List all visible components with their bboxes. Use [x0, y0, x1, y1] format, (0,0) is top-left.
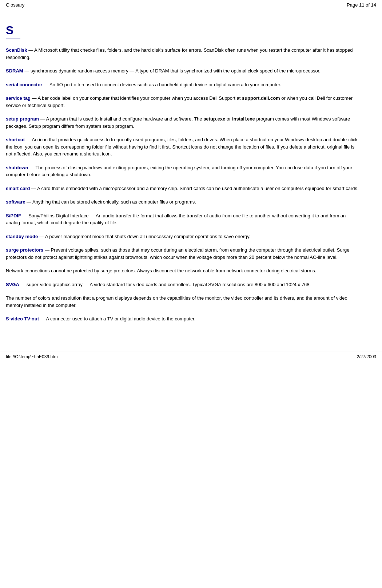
footer-left: file://C:\temp\~hhE039.htm	[6, 354, 57, 359]
term-spdif: S/PDIF	[6, 213, 21, 218]
entry-shutdown: shutdown — The process of closing window…	[6, 164, 360, 178]
setup-exe: setup.exe	[203, 116, 225, 122]
entry-sdram-body: — synchronous dynamic random-access memo…	[23, 68, 321, 74]
term-s-video-tv-out: S-video TV-out	[6, 316, 39, 321]
entry-scandisk-body: — A Microsoft utility that checks files,…	[6, 47, 353, 60]
entry-setup-program-pre: — A program that is used to install and …	[39, 116, 203, 122]
entry-standby-mode: standby mode — A power management mode t…	[6, 233, 360, 240]
entry-standby-mode-body: — A power management mode that shuts dow…	[38, 234, 250, 239]
entry-software-body: — Anything that can be stored electronic…	[25, 199, 196, 205]
page-footer: file://C:\temp\~hhE039.htm 2/27/2003	[0, 351, 382, 362]
term-software: software	[6, 199, 25, 205]
entry-service-tag-body-pre: — A bar code label on your computer that…	[31, 95, 242, 101]
entry-surge-protectors: surge protectors — Prevent voltage spike…	[6, 246, 360, 261]
entry-setup-program: setup program — A program that is used t…	[6, 115, 360, 130]
term-scandisk: ScanDisk	[6, 47, 27, 53]
term-shutdown: shutdown	[6, 165, 28, 170]
term-setup-program: setup program	[6, 116, 39, 122]
entry-svga-note: The number of colors and resolution that…	[6, 295, 360, 309]
entry-shortcut: shortcut — An icon that provides quick a…	[6, 136, 360, 158]
term-standby-mode: standby mode	[6, 234, 38, 239]
header-page: Page 11 of 14	[347, 2, 376, 8]
entry-s-video-tv-out: S-video TV-out — A connector used to att…	[6, 315, 360, 323]
entry-shortcut-body: — An icon that provides quick access to …	[6, 137, 358, 157]
entry-smart-card: smart card — A card that is embedded wit…	[6, 185, 360, 192]
entry-serial-connector-body: — An I/O port often used to connect devi…	[42, 82, 281, 87]
entry-smart-card-body: — A card that is embedded with a micropr…	[30, 186, 358, 191]
term-svga: SVGA	[6, 282, 19, 287]
term-shortcut: shortcut	[6, 137, 25, 142]
entry-setup-program-mid: or	[225, 116, 232, 122]
entry-service-tag: service tag — A bar code label on your c…	[6, 95, 360, 109]
support-dell-com: support.dell.com	[242, 95, 280, 101]
entry-shutdown-body: — The process of closing windows and exi…	[6, 165, 352, 178]
entry-spdif: S/PDIF — Sony/Philips Digital Interface …	[6, 212, 360, 226]
entry-svga-body: — super-video graphics array — A video s…	[19, 282, 311, 287]
term-service-tag: service tag	[6, 95, 31, 101]
entry-surge-protectors-note: Network connections cannot be protected …	[6, 267, 360, 275]
footer-right: 2/27/2003	[357, 354, 376, 359]
page-header: Glossary Page 11 of 14	[0, 0, 382, 9]
section-letter: S	[6, 24, 20, 39]
header-title: Glossary	[6, 2, 24, 8]
entry-svga: SVGA — super-video graphics array — A vi…	[6, 281, 360, 288]
svga-note-body: The number of colors and resolution that…	[6, 295, 347, 308]
entry-software: software — Anything that can be stored e…	[6, 198, 360, 206]
entry-scandisk: ScanDisk — A Microsoft utility that chec…	[6, 47, 360, 61]
term-sdram: SDRAM	[6, 68, 23, 74]
main-content: S ScanDisk — A Microsoft utility that ch…	[0, 9, 382, 344]
term-surge-protectors: surge protectors	[6, 247, 43, 253]
entry-sdram: SDRAM — synchronous dynamic random-acces…	[6, 67, 360, 75]
entry-surge-protectors-body: — Prevent voltage spikes, such as those …	[6, 247, 349, 260]
entry-spdif-body: — Sony/Philips Digital Interface — An au…	[6, 213, 346, 226]
term-serial-connector: serial connector	[6, 82, 42, 87]
surge-protectors-note-body: Network connections cannot be protected …	[6, 268, 316, 273]
term-smart-card: smart card	[6, 186, 30, 191]
entry-serial-connector: serial connector — An I/O port often use…	[6, 81, 360, 88]
install-exe: install.exe	[232, 116, 255, 122]
entry-s-video-tv-out-body: — A connector used to attach a TV or dig…	[39, 316, 195, 321]
